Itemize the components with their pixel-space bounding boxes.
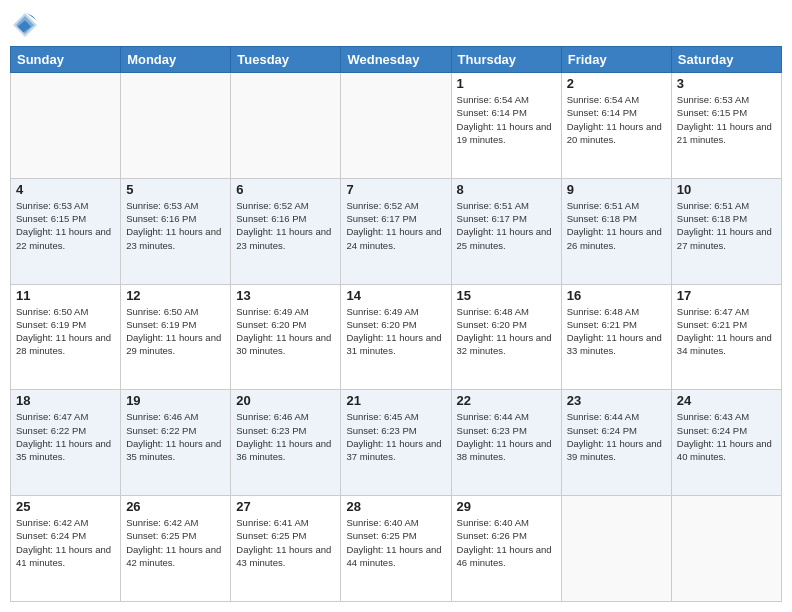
day-info: Sunrise: 6:51 AM Sunset: 6:17 PM Dayligh… [457,199,556,252]
day-info: Sunrise: 6:51 AM Sunset: 6:18 PM Dayligh… [567,199,666,252]
day-info: Sunrise: 6:46 AM Sunset: 6:22 PM Dayligh… [126,410,225,463]
day-number: 22 [457,393,556,408]
day-number: 27 [236,499,335,514]
day-of-week-header: Sunday [11,47,121,73]
day-number: 3 [677,76,776,91]
calendar-day-cell [671,496,781,602]
day-number: 6 [236,182,335,197]
calendar-day-cell [231,73,341,179]
day-number: 15 [457,288,556,303]
calendar-day-cell: 9Sunrise: 6:51 AM Sunset: 6:18 PM Daylig… [561,178,671,284]
day-info: Sunrise: 6:51 AM Sunset: 6:18 PM Dayligh… [677,199,776,252]
day-info: Sunrise: 6:43 AM Sunset: 6:24 PM Dayligh… [677,410,776,463]
calendar-day-cell: 4Sunrise: 6:53 AM Sunset: 6:15 PM Daylig… [11,178,121,284]
calendar-day-cell: 18Sunrise: 6:47 AM Sunset: 6:22 PM Dayli… [11,390,121,496]
day-info: Sunrise: 6:52 AM Sunset: 6:16 PM Dayligh… [236,199,335,252]
day-number: 23 [567,393,666,408]
day-number: 1 [457,76,556,91]
day-info: Sunrise: 6:47 AM Sunset: 6:22 PM Dayligh… [16,410,115,463]
header [10,10,782,40]
calendar-day-cell: 5Sunrise: 6:53 AM Sunset: 6:16 PM Daylig… [121,178,231,284]
calendar-day-cell: 15Sunrise: 6:48 AM Sunset: 6:20 PM Dayli… [451,284,561,390]
day-info: Sunrise: 6:44 AM Sunset: 6:24 PM Dayligh… [567,410,666,463]
day-info: Sunrise: 6:41 AM Sunset: 6:25 PM Dayligh… [236,516,335,569]
calendar-day-cell [561,496,671,602]
day-info: Sunrise: 6:47 AM Sunset: 6:21 PM Dayligh… [677,305,776,358]
calendar-day-cell: 7Sunrise: 6:52 AM Sunset: 6:17 PM Daylig… [341,178,451,284]
day-number: 14 [346,288,445,303]
calendar-day-cell [341,73,451,179]
calendar-day-cell: 8Sunrise: 6:51 AM Sunset: 6:17 PM Daylig… [451,178,561,284]
day-info: Sunrise: 6:50 AM Sunset: 6:19 PM Dayligh… [126,305,225,358]
calendar-week-row: 11Sunrise: 6:50 AM Sunset: 6:19 PM Dayli… [11,284,782,390]
day-number: 20 [236,393,335,408]
calendar-day-cell: 22Sunrise: 6:44 AM Sunset: 6:23 PM Dayli… [451,390,561,496]
calendar-day-cell: 17Sunrise: 6:47 AM Sunset: 6:21 PM Dayli… [671,284,781,390]
calendar-day-cell: 10Sunrise: 6:51 AM Sunset: 6:18 PM Dayli… [671,178,781,284]
calendar-day-cell: 19Sunrise: 6:46 AM Sunset: 6:22 PM Dayli… [121,390,231,496]
day-number: 19 [126,393,225,408]
day-info: Sunrise: 6:46 AM Sunset: 6:23 PM Dayligh… [236,410,335,463]
day-info: Sunrise: 6:49 AM Sunset: 6:20 PM Dayligh… [346,305,445,358]
day-number: 7 [346,182,445,197]
day-of-week-header: Thursday [451,47,561,73]
day-number: 26 [126,499,225,514]
day-info: Sunrise: 6:42 AM Sunset: 6:25 PM Dayligh… [126,516,225,569]
day-number: 10 [677,182,776,197]
calendar-day-cell: 29Sunrise: 6:40 AM Sunset: 6:26 PM Dayli… [451,496,561,602]
day-number: 12 [126,288,225,303]
day-info: Sunrise: 6:42 AM Sunset: 6:24 PM Dayligh… [16,516,115,569]
day-number: 21 [346,393,445,408]
calendar-day-cell: 12Sunrise: 6:50 AM Sunset: 6:19 PM Dayli… [121,284,231,390]
day-of-week-header: Monday [121,47,231,73]
calendar-day-cell [11,73,121,179]
day-of-week-header: Saturday [671,47,781,73]
day-number: 9 [567,182,666,197]
calendar-week-row: 18Sunrise: 6:47 AM Sunset: 6:22 PM Dayli… [11,390,782,496]
day-number: 11 [16,288,115,303]
calendar-body: 1Sunrise: 6:54 AM Sunset: 6:14 PM Daylig… [11,73,782,602]
day-info: Sunrise: 6:53 AM Sunset: 6:16 PM Dayligh… [126,199,225,252]
day-info: Sunrise: 6:48 AM Sunset: 6:21 PM Dayligh… [567,305,666,358]
calendar-day-cell: 21Sunrise: 6:45 AM Sunset: 6:23 PM Dayli… [341,390,451,496]
calendar-day-cell: 24Sunrise: 6:43 AM Sunset: 6:24 PM Dayli… [671,390,781,496]
day-of-week-header: Tuesday [231,47,341,73]
day-info: Sunrise: 6:45 AM Sunset: 6:23 PM Dayligh… [346,410,445,463]
calendar-day-cell: 6Sunrise: 6:52 AM Sunset: 6:16 PM Daylig… [231,178,341,284]
day-info: Sunrise: 6:49 AM Sunset: 6:20 PM Dayligh… [236,305,335,358]
calendar-day-cell: 14Sunrise: 6:49 AM Sunset: 6:20 PM Dayli… [341,284,451,390]
day-of-week-header: Wednesday [341,47,451,73]
day-number: 8 [457,182,556,197]
calendar-day-cell: 25Sunrise: 6:42 AM Sunset: 6:24 PM Dayli… [11,496,121,602]
calendar-day-cell: 28Sunrise: 6:40 AM Sunset: 6:25 PM Dayli… [341,496,451,602]
day-number: 4 [16,182,115,197]
calendar-day-cell: 23Sunrise: 6:44 AM Sunset: 6:24 PM Dayli… [561,390,671,496]
calendar-day-cell: 16Sunrise: 6:48 AM Sunset: 6:21 PM Dayli… [561,284,671,390]
day-info: Sunrise: 6:53 AM Sunset: 6:15 PM Dayligh… [677,93,776,146]
day-info: Sunrise: 6:54 AM Sunset: 6:14 PM Dayligh… [457,93,556,146]
day-of-week-header: Friday [561,47,671,73]
day-number: 17 [677,288,776,303]
logo-icon [10,10,40,40]
calendar-day-cell: 26Sunrise: 6:42 AM Sunset: 6:25 PM Dayli… [121,496,231,602]
calendar-day-cell [121,73,231,179]
day-number: 29 [457,499,556,514]
page: SundayMondayTuesdayWednesdayThursdayFrid… [0,0,792,612]
day-number: 16 [567,288,666,303]
day-info: Sunrise: 6:50 AM Sunset: 6:19 PM Dayligh… [16,305,115,358]
calendar-day-cell: 3Sunrise: 6:53 AM Sunset: 6:15 PM Daylig… [671,73,781,179]
day-info: Sunrise: 6:48 AM Sunset: 6:20 PM Dayligh… [457,305,556,358]
day-info: Sunrise: 6:40 AM Sunset: 6:25 PM Dayligh… [346,516,445,569]
calendar-day-cell: 13Sunrise: 6:49 AM Sunset: 6:20 PM Dayli… [231,284,341,390]
day-number: 5 [126,182,225,197]
calendar-week-row: 1Sunrise: 6:54 AM Sunset: 6:14 PM Daylig… [11,73,782,179]
calendar-day-cell: 27Sunrise: 6:41 AM Sunset: 6:25 PM Dayli… [231,496,341,602]
calendar: SundayMondayTuesdayWednesdayThursdayFrid… [10,46,782,602]
day-number: 24 [677,393,776,408]
day-number: 28 [346,499,445,514]
calendar-day-cell: 2Sunrise: 6:54 AM Sunset: 6:14 PM Daylig… [561,73,671,179]
calendar-day-cell: 11Sunrise: 6:50 AM Sunset: 6:19 PM Dayli… [11,284,121,390]
calendar-week-row: 4Sunrise: 6:53 AM Sunset: 6:15 PM Daylig… [11,178,782,284]
calendar-day-cell: 1Sunrise: 6:54 AM Sunset: 6:14 PM Daylig… [451,73,561,179]
day-number: 25 [16,499,115,514]
